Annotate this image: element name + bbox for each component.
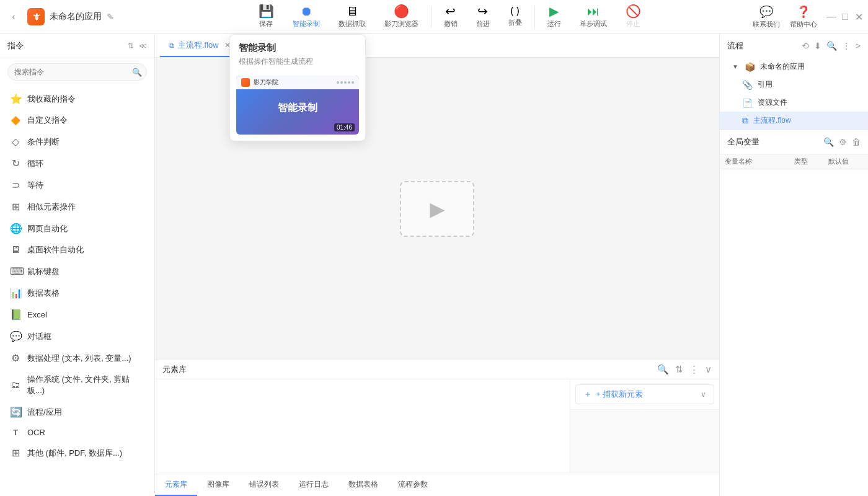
video-brand-text: 影刀学院 <box>254 78 278 87</box>
smart-record-button[interactable]: ⏺ 智能录制 <box>284 2 329 31</box>
sidebar-item-mouse-keyboard[interactable]: ⌨ 鼠标键盘 <box>0 260 154 282</box>
bottom-search-icon[interactable]: 🔍 <box>657 364 669 375</box>
bottom-tab-data-table[interactable]: 数据表格 <box>339 474 388 496</box>
sidebar-item-data-table[interactable]: 📊 数据表格 <box>0 282 154 304</box>
app-icon: 🗡 <box>27 8 45 25</box>
collapse-icon[interactable]: ≪ <box>139 42 147 50</box>
blade-browser-icon: 🔴 <box>394 5 409 17</box>
video-thumbnail: 影刀学院 智能录制 01:46 <box>236 76 359 135</box>
sidebar-list: ⭐ 我收藏的指令 🔶 自定义指令 + 获取指令 ◇ 条件判断 ↻ 循环 ⊃ <box>0 86 154 496</box>
sidebar-item-data-process[interactable]: ⚙ 数据处理 (文本, 列表, 变量...) <box>0 347 154 369</box>
sidebar-item-excel[interactable]: 📗 Excel <box>0 304 154 326</box>
sidebar-item-favorites[interactable]: ⭐ 我收藏的指令 <box>0 88 154 110</box>
sidebar-item-wait[interactable]: ⊃ 等待 <box>0 174 154 196</box>
edit-title-icon[interactable]: ✎ <box>107 12 114 22</box>
tree-item-app[interactable]: ▼ 📦 未命名的应用 <box>720 58 868 76</box>
tree-item-main-flow[interactable]: ⧉ 主流程.flow <box>720 112 868 130</box>
flow-app-icon: 🔄 <box>10 406 21 418</box>
bottom-tab-images[interactable]: 图像库 <box>197 474 239 496</box>
data-capture-button[interactable]: 🖥 数据抓取 <box>330 2 374 31</box>
sidebar-item-os[interactable]: 🗂 操作系统 (文件, 文件夹, 剪贴板...) <box>0 369 154 401</box>
sort-icon[interactable]: ⇅ <box>128 42 134 50</box>
data-capture-icon: 🖥 <box>346 5 358 17</box>
loop-icon: ↻ <box>10 157 21 169</box>
blade-browser-button[interactable]: 🔴 影刀浏览器 <box>376 2 427 31</box>
bottom-panel: 元素库 🔍 ⇅ ⋮ ∨ ＋ + 捕获新元素 ∨ <box>155 360 719 496</box>
title-bar-left: ‹ 🗡 未命名的应用 ✎ <box>5 8 160 25</box>
flow-icon-2[interactable]: ⬇ <box>814 41 822 51</box>
sidebar-item-web-auto[interactable]: 🌐 网页自动化 <box>0 218 154 239</box>
condition-icon: ◇ <box>10 136 21 148</box>
save-button[interactable]: 💾 保存 <box>250 2 283 31</box>
bottom-sort-icon[interactable]: ⇅ <box>675 364 683 375</box>
sidebar-item-loop[interactable]: ↻ 循环 <box>0 153 154 174</box>
drop-cursor-icon: ▶ <box>430 197 445 221</box>
mouse-keyboard-label: 鼠标键盘 <box>27 266 144 277</box>
popup-header: 智能录制 根据操作智能生成流程 <box>230 35 365 69</box>
search-input[interactable] <box>7 63 147 81</box>
favorites-label: 我收藏的指令 <box>27 94 144 105</box>
minimize-button[interactable]: — <box>827 12 836 21</box>
bottom-more-icon[interactable]: ⋮ <box>689 364 699 375</box>
resources-icon: 📄 <box>742 98 753 108</box>
right-panel: 流程 ⟲ ⬇ 🔍 ⋮ > ▼ 📦 未命名的应用 📎 引用 📄 <box>719 34 868 496</box>
app-title: 未命名的应用 <box>50 11 102 22</box>
similar-elem-icon: ⊞ <box>10 201 21 213</box>
vars-search-icon[interactable]: 🔍 <box>823 137 834 147</box>
sidebar-item-similar-elem[interactable]: ⊞ 相似元素操作 <box>0 196 154 218</box>
popup-description: 根据操作智能生成流程 <box>239 56 356 67</box>
tree-item-reference[interactable]: 📎 引用 <box>720 76 868 94</box>
bottom-toolbar: 元素库 🔍 ⇅ ⋮ ∨ <box>155 360 719 379</box>
save-icon: 💾 <box>259 5 274 17</box>
stop-button[interactable]: 🚫 停止 <box>617 2 650 31</box>
mouse-keyboard-icon: ⌨ <box>10 265 21 277</box>
similar-elem-label: 相似元素操作 <box>27 202 144 213</box>
tree-item-resources[interactable]: 📄 资源文件 <box>720 94 868 112</box>
sidebar-item-desktop-auto[interactable]: 🖥 桌面软件自动化 <box>0 239 154 260</box>
desktop-auto-icon: 🖥 <box>10 244 21 255</box>
flow-expand-icon[interactable]: > <box>856 41 861 51</box>
sidebar-item-condition[interactable]: ◇ 条件判断 <box>0 131 154 153</box>
bottom-tab-run-log[interactable]: 运行日志 <box>289 474 339 496</box>
vars-more-icon[interactable]: 🗑 <box>852 137 861 147</box>
flow-section-icons: ⟲ ⬇ 🔍 ⋮ > <box>802 41 861 51</box>
undo-icon: ↩ <box>445 5 456 17</box>
vars-add-icon[interactable]: ⚙ <box>839 137 847 147</box>
bottom-content: ＋ + 捕获新元素 ∨ <box>155 379 719 474</box>
sidebar-item-custom[interactable]: 🔶 自定义指令 + 获取指令 <box>0 110 154 131</box>
sidebar-item-dialog[interactable]: 💬 对话框 <box>0 326 154 347</box>
back-button[interactable]: ‹ <box>5 8 22 25</box>
condition-label: 条件判断 <box>27 136 144 148</box>
sidebar-item-flow-app[interactable]: 🔄 流程/应用 <box>0 401 154 423</box>
bottom-tab-flow-params[interactable]: 流程参数 <box>388 474 438 496</box>
step-debug-button[interactable]: ⏭ 单步调试 <box>571 2 616 31</box>
contact-us-button[interactable]: 💬 联系我们 <box>753 5 780 29</box>
flow-section-header: 流程 ⟲ ⬇ 🔍 ⋮ > <box>720 34 868 58</box>
capture-new-element-button[interactable]: ＋ + 捕获新元素 ∨ <box>575 384 714 404</box>
bottom-tab-errors[interactable]: 错误列表 <box>239 474 289 496</box>
bottom-expand-icon[interactable]: ∨ <box>705 364 712 375</box>
maximize-button[interactable]: □ <box>841 12 849 21</box>
sidebar-item-other[interactable]: ⊞ 其他 (邮件, PDF, 数据库...) <box>0 442 154 464</box>
redo-button[interactable]: ↪ 前进 <box>467 2 498 31</box>
flow-icon-1[interactable]: ⟲ <box>802 41 809 51</box>
help-center-button[interactable]: ❓ 帮助中心 <box>790 5 817 29</box>
excel-label: Excel <box>27 310 144 319</box>
close-button[interactable]: ✕ <box>854 12 863 21</box>
separator-1 <box>431 6 432 28</box>
run-icon: ▶ <box>549 5 559 17</box>
stop-icon: 🚫 <box>626 5 641 17</box>
popup-video[interactable]: 影刀学院 智能录制 01:46 <box>236 76 359 135</box>
bottom-right-panel: ＋ + 捕获新元素 ∨ <box>570 379 719 474</box>
sidebar-item-ocr[interactable]: T OCR <box>0 423 154 442</box>
capture-text: + 捕获新元素 <box>596 389 643 400</box>
sidebar-title: 指令 <box>7 40 24 51</box>
run-button[interactable]: ▶ 运行 <box>539 2 570 31</box>
flow-search-icon[interactable]: 🔍 <box>826 41 837 51</box>
flow-more-icon[interactable]: ⋮ <box>842 41 851 51</box>
vars-col-default: 默认值 <box>828 157 863 166</box>
dialog-label: 对话框 <box>27 331 144 342</box>
undo-button[interactable]: ↩ 撤销 <box>435 2 466 31</box>
fold-button[interactable]: () 折叠 <box>500 4 531 30</box>
bottom-tab-elements[interactable]: 元素库 <box>155 474 197 496</box>
